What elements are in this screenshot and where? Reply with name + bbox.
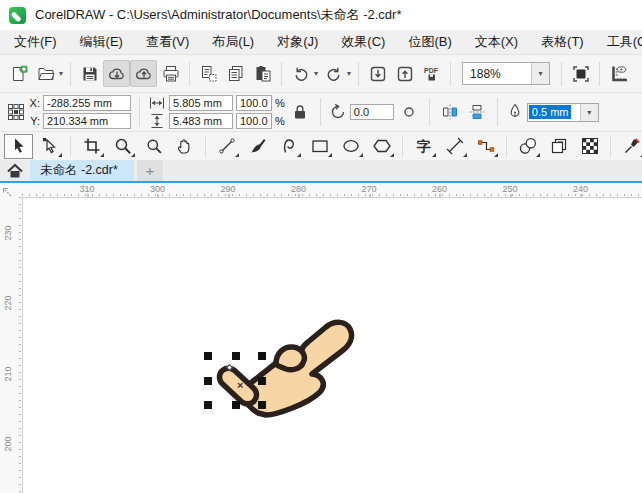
vertical-ruler[interactable]: 230220210200 bbox=[0, 197, 22, 493]
document-tab[interactable]: 未命名 -2.cdr* bbox=[30, 160, 134, 181]
undo-flyout-caret[interactable]: ▾ bbox=[314, 69, 318, 78]
menu-bitmaps[interactable]: 位图(B) bbox=[404, 31, 455, 53]
zoom-tool[interactable] bbox=[108, 134, 137, 159]
menu-file[interactable]: 文件(F) bbox=[10, 31, 61, 53]
ellipse-tool[interactable] bbox=[336, 134, 365, 159]
flyout-indicator bbox=[297, 153, 301, 157]
blend-tool[interactable] bbox=[513, 134, 542, 159]
horizontal-ruler-label: 290 bbox=[220, 184, 235, 194]
object-height-input[interactable] bbox=[169, 113, 233, 129]
menu-text[interactable]: 文本(X) bbox=[471, 31, 522, 53]
export-button[interactable] bbox=[391, 60, 418, 87]
selection-handle[interactable] bbox=[232, 352, 240, 360]
outline-width-caret[interactable]: ▾ bbox=[580, 104, 598, 121]
drawing-canvas[interactable]: × bbox=[22, 197, 642, 493]
eyedropper-tool-icon bbox=[623, 137, 641, 155]
y-position-input[interactable] bbox=[43, 113, 131, 129]
print-button[interactable] bbox=[157, 60, 184, 87]
titlebar: CorelDRAW - C:\Users\Administrator\Docum… bbox=[0, 0, 642, 30]
redo-button[interactable] bbox=[320, 60, 347, 87]
object-width-input[interactable] bbox=[169, 95, 233, 111]
x-position-input[interactable] bbox=[43, 95, 131, 111]
separator bbox=[70, 136, 71, 157]
scale-width-input[interactable] bbox=[236, 95, 272, 111]
print-icon bbox=[162, 65, 180, 83]
paste-button[interactable] bbox=[249, 60, 276, 87]
new-document-button[interactable] bbox=[5, 60, 32, 87]
zoom-level-caret[interactable]: ▾ bbox=[531, 63, 549, 84]
selection-handle[interactable] bbox=[204, 401, 212, 409]
new-tab-button[interactable]: + bbox=[137, 160, 163, 181]
window-title: CorelDRAW - C:\Users\Administrator\Docum… bbox=[35, 6, 401, 24]
horizontal-ruler[interactable]: 310300290280270260250240 bbox=[22, 183, 642, 197]
selection-handle[interactable] bbox=[258, 377, 266, 385]
zoom-level-combo[interactable]: 188%▾ bbox=[462, 62, 550, 85]
full-screen-preview-button[interactable] bbox=[567, 60, 594, 87]
pan-tool[interactable] bbox=[170, 134, 199, 159]
text-tool[interactable]: 字 bbox=[409, 134, 438, 159]
crop-tool-icon bbox=[83, 137, 101, 155]
angle-degree-button[interactable] bbox=[397, 100, 421, 124]
menu-object[interactable]: 对象(J) bbox=[273, 31, 322, 53]
crop-tool[interactable] bbox=[77, 134, 106, 159]
show-rulers-button[interactable] bbox=[605, 60, 632, 87]
menu-view[interactable]: 查看(V) bbox=[142, 31, 193, 53]
shape-tool[interactable] bbox=[35, 134, 64, 159]
home-button[interactable] bbox=[0, 160, 30, 181]
object-node[interactable] bbox=[226, 364, 233, 371]
menu-edit[interactable]: 编辑(E) bbox=[76, 31, 127, 53]
cloud-download-button[interactable] bbox=[103, 60, 130, 87]
import-button[interactable] bbox=[364, 60, 391, 87]
lock-ratio-button[interactable] bbox=[288, 100, 312, 124]
separator bbox=[320, 98, 321, 126]
menu-effects[interactable]: 效果(C) bbox=[337, 31, 389, 53]
vertical-ruler-label: 220 bbox=[2, 295, 14, 311]
pen-tool[interactable] bbox=[274, 134, 303, 159]
mirror-vertical-button[interactable] bbox=[465, 100, 489, 124]
scale-height-input[interactable] bbox=[236, 113, 272, 129]
open-document-flyout-caret[interactable]: ▾ bbox=[59, 69, 63, 78]
drop-shadow-tool[interactable] bbox=[544, 134, 573, 159]
rotation-angle-input[interactable] bbox=[350, 104, 394, 120]
cloud-upload-button[interactable] bbox=[130, 60, 157, 87]
zoom-out-tool[interactable] bbox=[139, 134, 168, 159]
pan-tool-icon bbox=[176, 137, 194, 155]
copy-button[interactable] bbox=[222, 60, 249, 87]
artistic-media-tool[interactable] bbox=[243, 134, 272, 159]
separator bbox=[429, 98, 430, 126]
transparency-tool[interactable] bbox=[575, 134, 604, 159]
dimension-tool[interactable] bbox=[440, 134, 469, 159]
menu-layout[interactable]: 布局(L) bbox=[208, 31, 258, 53]
rectangle-tool-icon bbox=[311, 137, 329, 155]
open-document-button[interactable] bbox=[32, 60, 59, 87]
save-button[interactable] bbox=[76, 60, 103, 87]
selection-center-mark[interactable]: × bbox=[237, 380, 243, 391]
mirror-horizontal-button[interactable] bbox=[438, 100, 462, 124]
selection-handle[interactable] bbox=[258, 352, 266, 360]
freehand-tool[interactable] bbox=[212, 134, 241, 159]
menu-table[interactable]: 表格(T) bbox=[537, 31, 588, 53]
selection-handle[interactable] bbox=[204, 352, 212, 360]
cut-button[interactable] bbox=[195, 60, 222, 87]
eyedropper-tool[interactable] bbox=[617, 134, 642, 159]
rectangle-tool[interactable] bbox=[305, 134, 334, 159]
selection-handle[interactable] bbox=[204, 377, 212, 385]
selection-handle[interactable] bbox=[258, 401, 266, 409]
flyout-indicator bbox=[131, 153, 135, 157]
connector-tool[interactable] bbox=[471, 134, 500, 159]
document-tabbar: 未命名 -2.cdr* + bbox=[0, 160, 642, 183]
outline-width-combo[interactable]: 0.5 mm ▾ bbox=[527, 103, 599, 122]
separator bbox=[599, 62, 600, 86]
vertical-ruler-label: 210 bbox=[2, 366, 14, 382]
selection-handle[interactable] bbox=[232, 401, 240, 409]
pick-tool[interactable] bbox=[4, 134, 33, 159]
redo-flyout-caret[interactable]: ▾ bbox=[347, 69, 351, 78]
publish-pdf-button[interactable]: PDF bbox=[418, 60, 445, 87]
menu-tools[interactable]: 工具(O) bbox=[603, 31, 642, 53]
polygon-tool[interactable] bbox=[367, 134, 396, 159]
polygon-tool-icon bbox=[373, 137, 391, 155]
zoom-out-tool-icon bbox=[145, 137, 163, 155]
undo-button[interactable] bbox=[287, 60, 314, 87]
ruler-origin-corner[interactable] bbox=[0, 183, 22, 197]
flyout-indicator bbox=[432, 153, 436, 157]
